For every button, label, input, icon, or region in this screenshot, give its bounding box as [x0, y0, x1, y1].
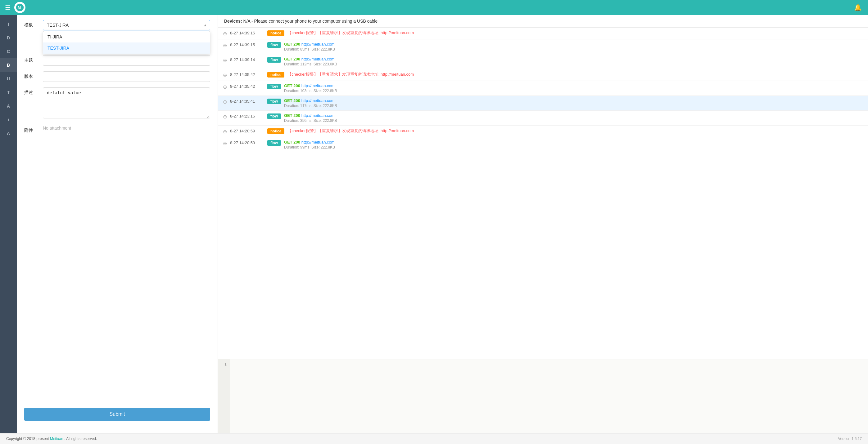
status: 200: [293, 98, 301, 103]
network-item[interactable]: ⊕ 8-27 14:35:41 flow GET 200 http://meit…: [218, 96, 868, 111]
plus-icon: ⊕: [223, 72, 227, 78]
bell-icon[interactable]: 🔔: [854, 4, 862, 11]
network-title: GET 200 http://meituan.com: [284, 42, 863, 46]
subject-label: 主题: [24, 58, 43, 63]
network-meta: Duration: 117ms Size: 222.8KB: [284, 104, 863, 108]
item-timestamp: 8-27 14:39:15: [230, 31, 267, 35]
sidebar-item-d[interactable]: D: [0, 31, 17, 45]
item-timestamp: 8-27 14:35:42: [230, 72, 267, 77]
template-field: ▲ TI-JIRA TEST-JIRA: [43, 20, 210, 30]
item-timestamp: 8-27 14:23:16: [230, 114, 267, 118]
network-item[interactable]: ⊕ 8-27 14:20:59 notice 【checker报警】【重复请求】…: [218, 126, 868, 137]
desc-textarea[interactable]: defalut value: [43, 88, 210, 118]
dropdown-item-ti-jira[interactable]: TI-JIRA: [43, 31, 210, 42]
template-input-wrapper: ▲ TI-JIRA TEST-JIRA: [43, 20, 210, 30]
template-label: 模板: [24, 22, 43, 28]
network-info: GET 200 http://meituan.com Duration: 117…: [284, 98, 863, 108]
network-item[interactable]: ⊕ 8-27 14:35:42 flow GET 200 http://meit…: [218, 81, 868, 96]
badge: flow: [267, 140, 281, 146]
method: GET: [284, 42, 293, 46]
network-info: GET 200 http://meituan.com Duration: 112…: [284, 57, 863, 66]
version-input[interactable]: [43, 71, 210, 82]
device-bar: Devices: N/A - Please connect your phone…: [218, 15, 868, 28]
template-row: 模板 ▲ TI-JIRA TEST-JIRA: [24, 20, 210, 30]
url[interactable]: http://meituan.com: [302, 98, 335, 103]
status: 200: [293, 83, 301, 88]
network-title: GET 200 http://meituan.com: [284, 113, 863, 118]
method: GET: [284, 113, 293, 118]
svg-text:M: M: [18, 6, 21, 10]
network-title: GET 200 http://meituan.com: [284, 98, 863, 103]
device-label: Devices:: [224, 19, 242, 24]
device-message: N/A - Please connect your phone to your …: [243, 19, 377, 24]
attach-field: No attachment: [43, 125, 210, 131]
url[interactable]: http://meituan.com: [302, 83, 335, 88]
submit-wrapper: Submit: [24, 408, 210, 421]
attach-label: 附件: [24, 128, 43, 133]
status: 200: [293, 140, 301, 144]
desc-label: 描述: [24, 90, 43, 96]
method: GET: [284, 140, 293, 144]
method: GET: [284, 83, 293, 88]
status: 200: [293, 42, 301, 46]
dropdown-item-test-jira[interactable]: TEST-JIRA: [43, 42, 210, 54]
footer-rights: . All rights reserved.: [64, 437, 97, 441]
submit-button[interactable]: Submit: [24, 408, 210, 421]
attach-placeholder: No attachment: [43, 126, 71, 131]
network-item[interactable]: ⊕ 8-27 14:39:15 notice 【checker报警】【重复请求】…: [218, 28, 868, 39]
sidebar-item-c[interactable]: C: [0, 45, 17, 58]
network-title: GET 200 http://meituan.com: [284, 57, 863, 61]
url[interactable]: http://meituan.com: [302, 57, 335, 61]
network-meta: Duration: 103ms Size: 222.8KB: [284, 89, 863, 93]
notice-text: 【checker报警】【重复请求】发现重复的请求地址: http://meitu…: [287, 30, 863, 36]
network-item[interactable]: ⊕ 8-27 14:35:42 notice 【checker报警】【重复请求】…: [218, 69, 868, 81]
network-info: 【checker报警】【重复请求】发现重复的请求地址: http://meitu…: [287, 72, 863, 77]
sidebar-item-a2[interactable]: A: [0, 127, 17, 140]
network-item[interactable]: ⊕ 8-27 14:39:14 flow GET 200 http://meit…: [218, 54, 868, 69]
network-meta: Duration: 356ms Size: 222.8KB: [284, 118, 863, 123]
footer-version: Version 1.6.17: [838, 437, 862, 441]
network-item[interactable]: ⊕ 8-27 14:39:15 flow GET 200 http://meit…: [218, 39, 868, 54]
sidebar-item-t[interactable]: T: [0, 86, 17, 99]
method: GET: [284, 98, 293, 103]
version-row: 版本: [24, 71, 210, 82]
network-info: GET 200 http://meituan.com Duration: 85m…: [284, 42, 863, 52]
line-number-1: 1: [222, 362, 227, 367]
plus-icon: ⊕: [223, 31, 227, 37]
subject-field: [43, 55, 210, 66]
plus-icon: ⊕: [223, 129, 227, 135]
template-dropdown: TI-JIRA TEST-JIRA: [43, 31, 210, 54]
topbar: ☰ M 🔔: [0, 0, 868, 15]
item-timestamp: 8-27 14:20:59: [230, 140, 267, 145]
logo: M: [14, 2, 26, 13]
item-timestamp: 8-27 14:20:59: [230, 129, 267, 133]
sidebar-item-b[interactable]: B: [0, 58, 17, 72]
url[interactable]: http://meituan.com: [302, 42, 335, 46]
url[interactable]: http://meituan.com: [302, 140, 335, 144]
item-timestamp: 8-27 14:39:14: [230, 57, 267, 62]
network-info: GET 200 http://meituan.com Duration: 99m…: [284, 140, 863, 149]
code-content[interactable]: [230, 360, 868, 433]
network-item[interactable]: ⊕ 8-27 14:20:59 flow GET 200 http://meit…: [218, 137, 868, 152]
url[interactable]: http://meituan.com: [302, 113, 335, 118]
footer-copyright: Copyright © 2018-present Meituan . All r…: [6, 437, 97, 441]
plus-icon: ⊕: [223, 140, 227, 146]
footer-brand-link[interactable]: Meituan: [50, 437, 63, 441]
plus-icon: ⊕: [223, 99, 227, 105]
sidebar-item-a1[interactable]: A: [0, 99, 17, 113]
sidebar-item-u[interactable]: U: [0, 72, 17, 86]
sidebar-item-i1[interactable]: I: [0, 18, 17, 31]
network-meta: Duration: 99ms Size: 222.8KB: [284, 145, 863, 149]
network-item[interactable]: ⊕ 8-27 14:23:16 flow GET 200 http://meit…: [218, 111, 868, 126]
copyright-text: Copyright © 2018-present: [6, 437, 49, 441]
method: GET: [284, 57, 293, 61]
plus-icon: ⊕: [223, 42, 227, 48]
menu-icon[interactable]: ☰: [5, 4, 10, 11]
subject-input[interactable]: [43, 55, 210, 66]
sidebar: I D C B U T A i A: [0, 15, 17, 433]
item-timestamp: 8-27 14:39:15: [230, 42, 267, 47]
template-input[interactable]: [43, 20, 210, 30]
item-timestamp: 8-27 14:35:41: [230, 99, 267, 104]
status: 200: [293, 57, 301, 61]
sidebar-item-i2[interactable]: i: [0, 113, 17, 127]
